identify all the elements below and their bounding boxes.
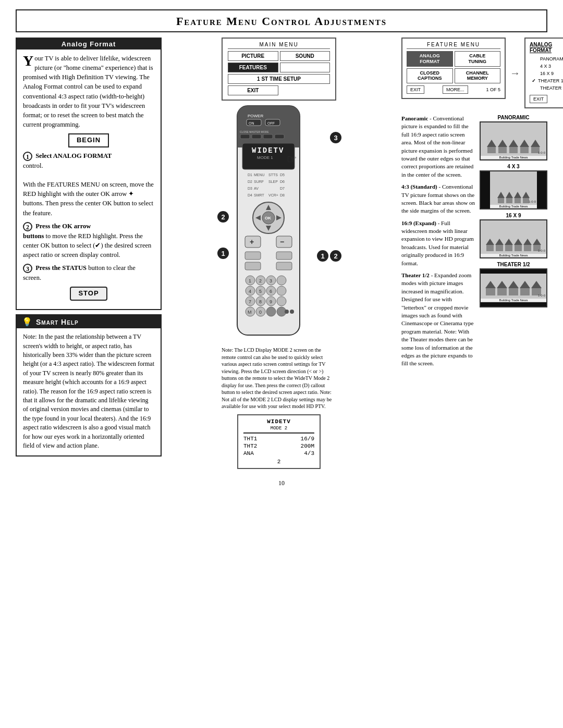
- panoramic-caption: Building Trade News: [481, 156, 546, 159]
- svg-marker-77: [487, 140, 496, 147]
- smart-help-label: Smart Help: [36, 318, 79, 326]
- analog-option-theater1[interactable]: THEATER 1: [530, 77, 563, 84]
- svg-marker-97: [495, 239, 504, 245]
- svg-rect-43: [276, 252, 292, 260]
- step-2-title: Press the OK arrow: [35, 223, 91, 230]
- thumb-4x3-img: Building Trade News 1-0-0: [480, 170, 547, 209]
- thumb-4x3-label: 4 X 3: [480, 164, 547, 169]
- svg-marker-113: [520, 281, 530, 288]
- badge-1b: 1: [317, 250, 328, 262]
- svg-marker-103: [523, 239, 532, 245]
- svg-text:5: 5: [259, 289, 262, 294]
- theater-caption: Building Trade News: [481, 299, 546, 302]
- feature-btn-analog-format[interactable]: ANALOGFORMAT: [407, 51, 453, 67]
- feature-bottom-row: EXIT MORE... 1 OF 5: [407, 85, 500, 94]
- lightbulb-icon: 💡: [22, 317, 33, 327]
- feature-btn-channel-memory[interactable]: CHANNELMEMORY: [455, 68, 501, 84]
- analog-format-box: Analog Format Your TV is able to deliver…: [16, 38, 162, 310]
- svg-point-74: [290, 310, 294, 314]
- svg-rect-88: [506, 198, 512, 203]
- smart-help-body: Note: In the past the relationship betwe…: [17, 328, 161, 455]
- menu-btn-exit[interactable]: EXIT: [228, 85, 278, 95]
- feature-grid: ANALOGFORMAT CABLETUNING CLOSEDCAPTIONS …: [407, 51, 500, 83]
- menu-btn-features[interactable]: FEATURES: [228, 63, 278, 72]
- analog-format-title: Analog Format: [17, 39, 161, 50]
- analog-exit-btn[interactable]: EXIT: [530, 95, 547, 103]
- center-column: MAIN MENU PICTURE SOUND FEATURES 1 ST TI…: [162, 38, 396, 469]
- lcd-row-3: ANA 4/3: [243, 450, 314, 457]
- svg-marker-101: [514, 239, 522, 245]
- svg-marker-79: [498, 140, 507, 147]
- page: Feature Menu Control Adjustments Analog …: [0, 9, 563, 492]
- right-column: FEATURE MENU ANALOGFORMAT CABLETUNING CL…: [396, 38, 547, 469]
- svg-marker-95: [486, 239, 494, 245]
- menu-btn-1st-time-setup[interactable]: 1 ST TIME SETUP: [228, 74, 330, 84]
- svg-marker-83: [520, 140, 529, 147]
- theater-desc: Theater 1/2 - Expanded zoom modes with p…: [401, 272, 475, 368]
- svg-text:CLOSE MASTER MODE: CLOSE MASTER MODE: [240, 130, 269, 133]
- feature-exit-btn[interactable]: EXIT: [407, 85, 424, 94]
- svg-rect-102: [524, 245, 531, 251]
- 4x3-frame: 1-0-0: [529, 200, 536, 203]
- panoramic-frame: 1-0-0: [538, 151, 545, 154]
- thumb-4x3: 4 X 3: [480, 164, 547, 209]
- step-2: 2 Press the OK arrow buttons to move the…: [23, 221, 154, 260]
- menu-btn-sound[interactable]: SOUND: [280, 51, 331, 61]
- analog-option-theater2[interactable]: THEATER 2: [530, 84, 563, 92]
- svg-text:0: 0: [259, 310, 262, 315]
- step-1-num: 1: [23, 152, 32, 161]
- feature-btn-cable-tuning[interactable]: CABLETUNING: [455, 51, 501, 67]
- lcd-row-2-value: 200M: [301, 443, 314, 449]
- analog-option-16x9[interactable]: 16 X 9: [530, 70, 563, 77]
- svg-text:1: 1: [249, 278, 251, 283]
- lcd-display-box: WIDETV MODE 2 THT1 16/9 THT2 200M ANA 4/…: [237, 414, 321, 469]
- feature-btn-closed-captions[interactable]: CLOSEDCAPTIONS: [407, 68, 453, 84]
- analog-format-menu-box: ANALOG FORMAT PANORAMIC 4 X 3 16 X 9: [524, 38, 563, 108]
- lcd-row-1-label: THT1: [243, 436, 257, 442]
- svg-rect-44: [245, 262, 261, 270]
- analog-options: PANORAMIC 4 X 3 16 X 9 THEATER 1 THEATER…: [530, 55, 563, 92]
- svg-rect-96: [496, 245, 503, 251]
- step-2-body: buttons to move the RED highlight. Press…: [23, 232, 151, 258]
- menu-btn-empty: [280, 63, 331, 72]
- svg-rect-108: [497, 288, 507, 295]
- svg-rect-11: [263, 134, 273, 139]
- thumb-panoramic-img: Building Trade News 1-0-0: [480, 121, 547, 161]
- menu-btn-picture[interactable]: PICTURE: [228, 51, 278, 61]
- svg-point-73: [285, 310, 289, 314]
- svg-text:2: 2: [259, 278, 262, 283]
- standard-title: 4:3 (Standard): [401, 183, 437, 190]
- svg-text:VCR+: VCR+: [268, 193, 278, 197]
- main-menu-box: MAIN MENU PICTURE SOUND FEATURES 1 ST TI…: [222, 38, 336, 101]
- theater-frame: 1-0-0: [538, 294, 545, 297]
- intro-paragraph: Your TV is able to deliver lifelike, wid…: [23, 54, 154, 129]
- svg-rect-100: [515, 245, 522, 251]
- svg-text:3: 3: [270, 278, 272, 283]
- analog-option-4x3[interactable]: 4 X 3: [530, 63, 563, 70]
- badge-2b: 2: [330, 250, 341, 262]
- svg-rect-10: [252, 134, 261, 139]
- lcd-row-3-value: 4/3: [304, 450, 314, 456]
- svg-text:SLEP: SLEP: [268, 180, 278, 183]
- svg-text:MENU: MENU: [254, 173, 265, 177]
- feature-more-btn[interactable]: MORE...: [443, 85, 468, 94]
- step-1-body: control.With the FEATURES MENU on screen…: [23, 162, 154, 217]
- svg-text:7: 7: [249, 299, 251, 304]
- analog-option-panoramic[interactable]: PANORAMIC: [530, 55, 563, 63]
- svg-text:☞: ☞: [287, 153, 297, 166]
- lcd-row-1: THT1 16/9: [243, 435, 314, 442]
- svg-rect-98: [505, 245, 512, 251]
- menus-column: FEATURE MENU ANALOGFORMAT CABLETUNING CL…: [401, 38, 506, 99]
- stop-label: STOP: [70, 287, 107, 301]
- feature-menu-box: FEATURE MENU ANALOGFORMAT CABLETUNING CL…: [401, 38, 506, 99]
- descriptions: Panoramic - Conventional picture is expa…: [401, 115, 475, 368]
- step-3: 3 Press the STATUS button to clear the s…: [23, 263, 154, 282]
- svg-text:D1: D1: [248, 173, 252, 177]
- svg-text:D6: D6: [280, 180, 285, 183]
- thumbnails-column: PANORAMIC Building Trad: [480, 115, 547, 307]
- svg-text:SMRT: SMRT: [254, 193, 264, 197]
- smart-help-box: 💡 Smart Help Note: In the past the relat…: [16, 314, 162, 456]
- lcd-row-2: THT2 200M: [243, 442, 314, 450]
- 16x9-caption: Building Trade News: [481, 254, 546, 257]
- theater-title: Theater 1/2: [401, 272, 430, 278]
